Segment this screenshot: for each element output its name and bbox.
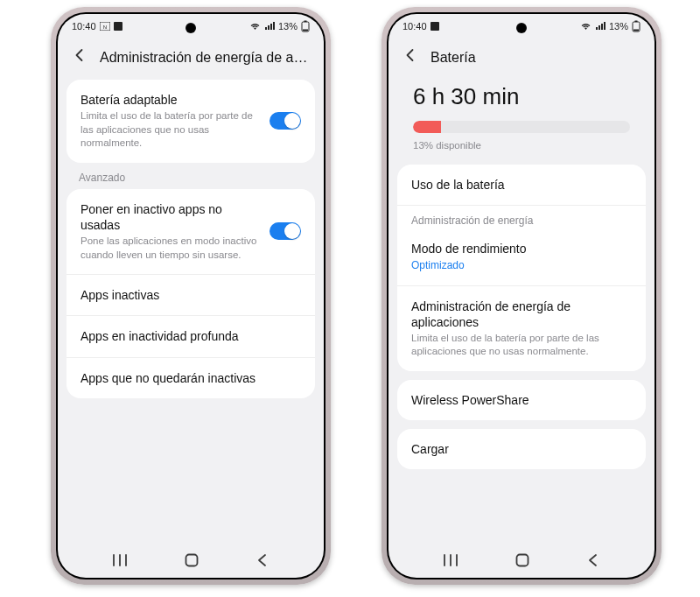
svg-rect-7 <box>430 22 439 31</box>
recent-apps-button[interactable] <box>442 553 459 567</box>
page-title: Batería <box>430 50 644 66</box>
toggle-sleep-unused[interactable] <box>270 222 301 240</box>
svg-rect-6 <box>186 555 197 566</box>
row-wireless-powershare[interactable]: Wireless PowerShare <box>397 380 646 420</box>
battery-bar <box>413 121 630 133</box>
svg-rect-11 <box>516 555 528 566</box>
row-never-sleep-apps[interactable]: Apps que no quedarán inactivas <box>66 357 315 398</box>
row-title: Administración de energía de aplicacione… <box>411 298 632 330</box>
row-performance-mode[interactable]: Modo de rendimiento Optimizado <box>397 228 646 284</box>
header: Administración de energía de aplic… <box>58 39 324 80</box>
row-title: Modo de rendimiento <box>411 241 632 256</box>
row-app-power-mgmt[interactable]: Administración de energía de aplicacione… <box>397 285 646 371</box>
row-title: Cargar <box>411 441 632 457</box>
row-title: Poner en inactivo apps no usadas <box>80 201 261 233</box>
camera-hole <box>516 23 527 33</box>
svg-rect-4 <box>304 21 307 23</box>
battery-icon <box>301 20 310 32</box>
battery-summary: 6 h 30 min 13% disponible <box>397 80 646 165</box>
nav-bar <box>58 544 324 578</box>
back-icon[interactable] <box>68 46 91 69</box>
row-charging[interactable]: Cargar <box>397 429 646 469</box>
battery-icon <box>632 20 640 32</box>
recent-apps-button[interactable] <box>111 553 129 567</box>
back-button[interactable] <box>585 552 601 568</box>
battery-bar-fill <box>413 121 441 133</box>
sim-icon <box>114 22 122 31</box>
section-advanced-label: Avanzado <box>66 172 315 189</box>
row-battery-usage[interactable]: Uso de la batería <box>397 165 646 205</box>
status-battery-pct: 13% <box>609 21 628 32</box>
row-title: Uso de la batería <box>411 177 632 193</box>
row-title: Apps que no quedarán inactivas <box>80 370 301 386</box>
wifi-icon <box>580 22 592 31</box>
row-inactive-apps[interactable]: Apps inactivas <box>66 274 315 315</box>
svg-rect-10 <box>634 30 639 32</box>
row-title: Apps inactivas <box>80 287 301 303</box>
header: Batería <box>388 39 654 80</box>
status-time: 10:40 <box>72 21 96 32</box>
status-battery-pct: 13% <box>278 21 298 32</box>
row-deep-sleep-apps[interactable]: Apps en inactividad profunda <box>66 315 315 356</box>
row-title: Apps en inactividad profunda <box>80 328 301 344</box>
signal-icon <box>264 22 275 31</box>
home-button[interactable] <box>514 552 530 568</box>
back-icon[interactable] <box>399 46 422 69</box>
camera-hole <box>186 23 196 33</box>
svg-rect-5 <box>303 30 308 32</box>
page-title: Administración de energía de aplic… <box>100 50 313 66</box>
time-remaining: 6 h 30 min <box>413 83 630 110</box>
row-subtitle: Limita el uso de la batería por parte de… <box>411 332 632 359</box>
signal-icon <box>595 22 606 31</box>
svg-rect-2 <box>114 22 122 31</box>
toggle-adaptive-battery[interactable] <box>270 112 301 130</box>
svg-rect-9 <box>635 21 638 23</box>
svg-text:N: N <box>102 25 106 30</box>
section-power-mgmt-label: Administración de energía <box>397 205 646 228</box>
home-button[interactable] <box>184 552 200 568</box>
row-sleep-unused-apps[interactable]: Poner en inactivo apps no usadas Pone la… <box>66 189 315 274</box>
row-subtitle: Pone las aplicaciones en modo inactivo c… <box>80 235 261 262</box>
row-adaptive-battery[interactable]: Batería adaptable Limita el uso de la ba… <box>66 80 315 163</box>
row-title: Batería adaptable <box>80 92 261 108</box>
row-subtitle: Limita el uso de la batería por parte de… <box>80 109 261 151</box>
pct-available: 13% disponible <box>413 140 630 151</box>
row-title: Wireless PowerShare <box>411 392 632 408</box>
nav-bar <box>388 544 654 578</box>
nfc-icon: N <box>100 22 110 31</box>
wifi-icon <box>249 22 261 31</box>
row-value: Optimizado <box>411 258 632 272</box>
status-time: 10:40 <box>402 21 427 32</box>
sim-icon <box>430 22 439 31</box>
back-button[interactable] <box>255 552 270 568</box>
